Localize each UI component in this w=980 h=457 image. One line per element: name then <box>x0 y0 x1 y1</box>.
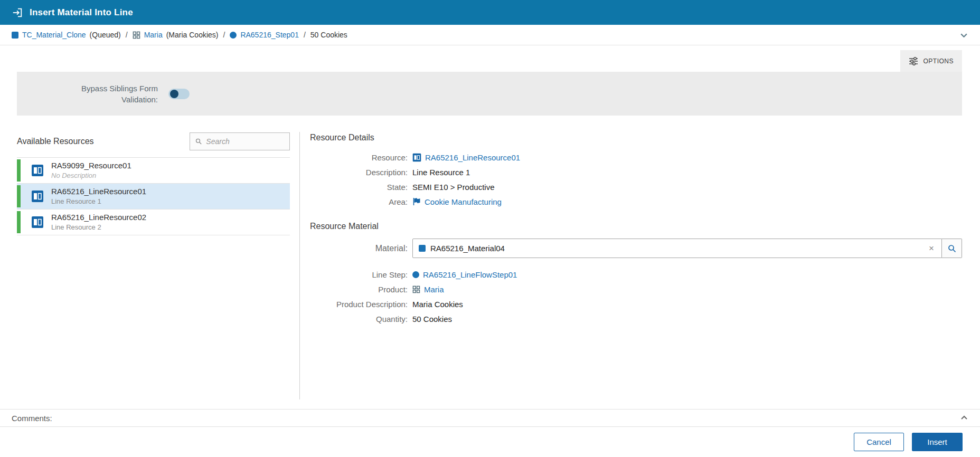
options-button-label: OPTIONS <box>923 58 954 65</box>
resource-item-text: RA65216_LineResource02 Line Resource 2 <box>51 213 146 232</box>
breadcrumb-link-product[interactable]: Maria <box>144 31 163 39</box>
resource-status-bar <box>17 185 21 207</box>
breadcrumb-item-material: TC_Material_Clone (Queued) <box>12 31 121 39</box>
options-button[interactable]: OPTIONS <box>900 50 962 72</box>
resource-description: No Description <box>51 172 131 180</box>
available-resources-panel: Available Resources <box>17 132 300 399</box>
breadcrumb-suffix-product-description: (Maria Cookies) <box>166 31 219 39</box>
step-icon <box>230 32 237 39</box>
bypass-label-line1: Bypass Siblings Form <box>65 83 158 94</box>
resource-list: RA59099_Resource01 No Description RA6521… <box>17 157 290 235</box>
dialog-titlebar: Insert Material Into Line <box>0 0 980 25</box>
material-value: RA65216_Material04 <box>430 244 505 253</box>
clear-icon[interactable]: × <box>927 244 936 253</box>
detail-value: 50 Cookies <box>412 315 452 323</box>
breadcrumb-separator: / <box>126 31 128 39</box>
resource-icon <box>31 216 44 229</box>
resource-material-title: Resource Material <box>310 222 962 231</box>
resource-description: Line Resource 2 <box>51 223 146 232</box>
detail-row-quantity: Quantity: 50 Cookies <box>310 311 962 326</box>
breadcrumb-separator: / <box>223 31 225 39</box>
detail-label: Line Step: <box>310 270 408 279</box>
dialog-title: Insert Material Into Line <box>30 7 133 18</box>
dialog-body: OPTIONS Bypass Siblings Form Validation:… <box>0 45 980 409</box>
material-row: Material: RA65216_Material04 × <box>310 239 962 258</box>
detail-label: Resource: <box>310 153 408 162</box>
detail-value: SEMI E10 > Productive <box>412 183 495 192</box>
resource-details-title: Resource Details <box>310 133 962 142</box>
comments-collapse-icon[interactable] <box>960 414 968 422</box>
resource-search-input[interactable] <box>206 137 284 146</box>
detail-row-description: Description: Line Resource 1 <box>310 165 962 179</box>
resource-icon <box>412 153 421 162</box>
options-sliders-icon <box>909 57 918 65</box>
resource-list-item[interactable]: RA65216_LineResource02 Line Resource 2 <box>17 210 290 235</box>
resource-search-box[interactable] <box>190 132 290 150</box>
insert-into-line-icon <box>12 7 23 18</box>
breadcrumb-expand-icon[interactable] <box>959 31 968 40</box>
detail-label: Product Description: <box>310 300 408 309</box>
product-icon <box>133 31 140 39</box>
breadcrumb-suffix-material-state: (Queued) <box>90 31 121 39</box>
detail-value: Maria Cookies <box>412 300 463 309</box>
detail-row-state: State: SEMI E10 > Productive <box>310 179 962 194</box>
resource-name: RA65216_LineResource02 <box>51 213 146 223</box>
line-step-link[interactable]: RA65216_LineFlowStep01 <box>423 270 517 279</box>
detail-row-line-step: Line Step: RA65216_LineFlowStep01 <box>310 267 962 282</box>
resource-material-rows: Line Step: RA65216_LineFlowStep01 Produc… <box>310 267 962 326</box>
step-icon <box>412 271 419 278</box>
breadcrumb: TC_Material_Clone (Queued) / Maria (Mari… <box>0 25 980 45</box>
detail-label: State: <box>310 183 408 192</box>
breadcrumb-item-quantity: 50 Cookies <box>310 31 347 39</box>
material-search-button[interactable] <box>942 239 962 258</box>
material-label: Material: <box>310 244 408 253</box>
bypass-siblings-label: Bypass Siblings Form Validation: <box>65 83 158 105</box>
resource-name: RA59099_Resource01 <box>51 161 131 171</box>
bypass-toggle[interactable] <box>168 89 190 99</box>
product-link[interactable]: Maria <box>424 285 444 294</box>
area-icon <box>412 197 421 206</box>
dialog-footer: Cancel Insert <box>0 427 980 457</box>
detail-label: Product: <box>310 285 408 294</box>
resource-status-bar <box>17 211 21 233</box>
product-icon <box>412 285 420 293</box>
search-icon <box>948 244 956 253</box>
resource-status-bar <box>17 159 21 182</box>
material-input[interactable]: RA65216_Material04 × <box>412 239 942 258</box>
comments-label: Comments: <box>12 414 52 423</box>
detail-row-product-description: Product Description: Maria Cookies <box>310 297 962 311</box>
resource-link[interactable]: RA65216_LineResource01 <box>425 153 520 162</box>
detail-value: Line Resource 1 <box>412 168 470 177</box>
insert-button[interactable]: Insert <box>912 433 963 451</box>
search-icon <box>195 138 202 145</box>
detail-row-resource: Resource: RA65216_LineResource01 <box>310 150 962 165</box>
detail-label: Description: <box>310 168 408 177</box>
detail-row-product: Product: Maria <box>310 282 962 297</box>
breadcrumb-link-step[interactable]: RA65216_Step01 <box>240 31 299 39</box>
breadcrumb-quantity-text: 50 Cookies <box>310 31 347 39</box>
cancel-button[interactable]: Cancel <box>854 433 904 451</box>
options-row: OPTIONS <box>17 45 962 72</box>
material-icon <box>12 32 18 39</box>
resource-list-item[interactable]: RA59099_Resource01 No Description <box>17 158 290 184</box>
resource-item-text: RA59099_Resource01 No Description <box>51 161 131 180</box>
available-resources-title: Available Resources <box>17 137 94 146</box>
resource-name: RA65216_LineResource01 <box>51 187 146 197</box>
breadcrumb-separator: / <box>304 31 306 39</box>
detail-row-area: Area: Cookie Manufacturing <box>310 194 962 209</box>
detail-label: Quantity: <box>310 315 408 323</box>
content-columns: Available Resources <box>17 132 962 399</box>
area-link[interactable]: Cookie Manufacturing <box>425 197 502 206</box>
breadcrumb-link-material[interactable]: TC_Material_Clone <box>22 31 86 39</box>
resource-icon <box>31 164 44 177</box>
breadcrumb-item-step: RA65216_Step01 <box>230 31 299 39</box>
bypass-siblings-panel: Bypass Siblings Form Validation: <box>17 72 962 116</box>
resource-item-text: RA65216_LineResource01 Line Resource 1 <box>51 187 146 206</box>
material-icon <box>419 245 426 252</box>
resource-icon <box>31 190 44 203</box>
resource-list-item-selected[interactable]: RA65216_LineResource01 Line Resource 1 <box>17 184 290 210</box>
insert-material-into-line-dialog: { "header": { "title": "Insert Material … <box>0 0 980 457</box>
resource-description: Line Resource 1 <box>51 197 146 206</box>
comments-bar[interactable]: Comments: <box>0 409 980 427</box>
bypass-label-line2: Validation: <box>65 94 158 105</box>
